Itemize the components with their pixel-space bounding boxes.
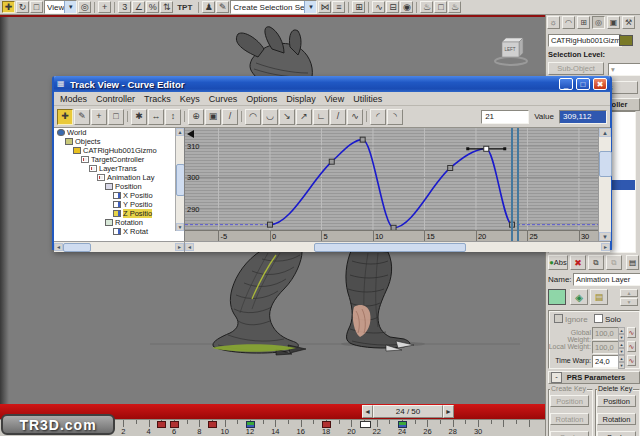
zoom-horizontal-extents-icon[interactable]: ↔ — [148, 109, 164, 125]
time-slider-value[interactable]: 24 / 50 — [373, 405, 443, 418]
character-icon[interactable]: ♟ — [202, 1, 215, 13]
render-setup-icon[interactable]: ♨ — [420, 1, 433, 13]
named-selection-dropdown[interactable]: Create Selection Se▾ — [230, 0, 317, 14]
solo-checkbox[interactable] — [594, 314, 603, 323]
draw-curves-icon[interactable]: ✎ — [74, 109, 90, 125]
curve-key[interactable] — [329, 159, 334, 164]
tangent-fast-icon[interactable]: ↘ — [279, 109, 295, 125]
previous-frame-button[interactable]: ◄ — [362, 405, 373, 418]
tree-vertical-scrollbar[interactable]: ▲▼ — [175, 128, 184, 231]
scroll-thumb[interactable] — [314, 243, 466, 252]
tab-create[interactable]: ☼ — [547, 16, 560, 29]
copy-layer-button[interactable]: ⧉ — [588, 255, 604, 270]
tree-item-position[interactable]: Position — [54, 182, 184, 191]
layer-move-down-button[interactable]: ▼ — [620, 298, 638, 306]
menu-curves[interactable]: Curves — [209, 94, 238, 104]
create-key-position-button[interactable]: Position — [550, 395, 589, 407]
close-button[interactable]: ✖ — [593, 78, 607, 90]
track-view-titlebar[interactable]: ▦ Track View - Curve Editor _ □ ✖ — [54, 76, 610, 92]
prs-parameters-rollout[interactable]: - PRS Parameters — [548, 371, 640, 384]
paste-layer-button[interactable]: ⧉ — [606, 255, 622, 270]
minimize-button[interactable]: _ — [559, 78, 573, 90]
timeline-key-frame-5[interactable] — [157, 421, 166, 428]
menu-view[interactable]: View — [325, 94, 344, 104]
render-icon[interactable]: ♨ — [448, 1, 461, 13]
object-color-swatch[interactable] — [619, 35, 633, 46]
tangent-smooth-icon[interactable]: ∿ — [347, 109, 363, 125]
reference-coordinate-dropdown[interactable]: View▾ — [44, 0, 77, 14]
local-weight-field[interactable]: 100,0 — [592, 341, 620, 354]
curve-key[interactable] — [448, 165, 453, 170]
key-value-field[interactable]: 309,112 — [559, 110, 607, 124]
object-name-field[interactable]: CATRigHub001Gizmo — [548, 34, 622, 47]
scroll-down-icon[interactable]: ▼ — [176, 223, 184, 231]
tree-item-world[interactable]: World — [54, 128, 184, 137]
timeline-key-frame-6[interactable] — [170, 421, 179, 428]
menu-keys[interactable]: Keys — [180, 94, 200, 104]
abs-relative-toggle[interactable]: ●Abs — [548, 255, 568, 270]
tangent-auto-icon[interactable]: ◠ — [245, 109, 261, 125]
timeline-key-frame-18[interactable] — [322, 421, 331, 428]
tree-item-z-positio[interactable]: Z Positio — [54, 209, 184, 218]
pan-icon[interactable]: ✱ — [131, 109, 147, 125]
tree-item-animation-lay[interactable]: Animation Lay — [54, 173, 184, 182]
spinner-snap-icon[interactable]: ⇅ — [160, 1, 173, 13]
tree-item-y-positio[interactable]: Y Positio — [54, 200, 184, 209]
time-warp-curve-button[interactable]: ∿ — [627, 355, 636, 366]
schematic-view-icon[interactable]: ⊟ — [386, 1, 399, 13]
tree-item-x-rotat[interactable]: X Rotat — [54, 227, 184, 236]
tree-item-layertrans[interactable]: LayerTrans — [54, 164, 184, 173]
scroll-left-icon[interactable]: ◄ — [185, 243, 194, 251]
tangent-linear-icon[interactable]: / — [330, 109, 346, 125]
local-weight-spinner[interactable]: ▲▼ — [618, 341, 625, 352]
tangent-custom-icon[interactable]: ◡ — [262, 109, 278, 125]
snap-toggle-icon[interactable]: 3 — [118, 1, 131, 13]
delete-key-rotation-button[interactable]: Rotation — [597, 413, 636, 425]
menu-tracks[interactable]: Tracks — [144, 94, 171, 104]
maximize-button[interactable]: □ — [576, 78, 590, 90]
curve-area[interactable]: 290300310 -5051015202530 — [185, 128, 598, 241]
curve-horizontal-scrollbar[interactable]: ◄ ► — [185, 242, 610, 252]
scroll-thumb[interactable] — [63, 243, 91, 252]
zoom-value-extents-icon[interactable]: ↕ — [165, 109, 181, 125]
tangent-step-icon[interactable]: ∟ — [313, 109, 329, 125]
viewcube[interactable]: LEFT — [495, 38, 527, 65]
curve-key[interactable] — [267, 222, 272, 227]
tree-item-x-positio[interactable]: X Positio — [54, 191, 184, 200]
menu-options[interactable]: Options — [246, 94, 277, 104]
delete-key-scale-button[interactable]: Scale — [597, 431, 636, 436]
mirror-icon[interactable]: ⋈ — [318, 1, 331, 13]
curve-key[interactable] — [360, 137, 365, 142]
tab-utilities[interactable]: ⚒ — [622, 16, 635, 29]
create-key-rotation-button[interactable]: Rotation — [550, 413, 589, 425]
track-hierarchy-tree[interactable]: WorldObjectsCATRigHub001GizmoTargetContr… — [54, 128, 185, 241]
remove-layer-button[interactable]: ✖ — [570, 255, 586, 270]
region-keys-icon[interactable]: □ — [108, 109, 124, 125]
timeline-key-frame-12[interactable] — [246, 421, 255, 428]
zoom-icon[interactable]: ⊕ — [188, 109, 204, 125]
layer-name-field[interactable]: Animation Layer — [573, 273, 640, 286]
out-tangent-icon[interactable]: ◝ — [387, 109, 403, 125]
menu-modes[interactable]: Modes — [60, 94, 87, 104]
rendered-frame-icon[interactable]: □ — [434, 1, 447, 13]
keyframe-pencil-icon[interactable]: ✎ — [216, 1, 229, 13]
select-and-manipulate-icon[interactable]: + — [98, 1, 111, 13]
menu-display[interactable]: Display — [286, 94, 316, 104]
menu-controller[interactable]: Controller — [96, 94, 135, 104]
key-time-field[interactable]: 21 — [481, 110, 529, 124]
layer-transform-gizmo-button[interactable]: ◈ — [570, 289, 588, 305]
next-frame-button[interactable]: ► — [443, 405, 454, 418]
scroll-up-icon[interactable]: ▲ — [176, 128, 184, 136]
tab-display[interactable]: ▣ — [607, 16, 620, 29]
layer-stack-button[interactable]: ▤ — [590, 289, 608, 305]
scroll-left-icon[interactable]: ◄ — [54, 243, 63, 251]
tangent-slow-icon[interactable]: ↗ — [296, 109, 312, 125]
menu-utilities[interactable]: Utilities — [353, 94, 382, 104]
tree-item-catrighub001gizmo[interactable]: CATRigHub001Gizmo — [54, 146, 184, 155]
curve-time-ruler[interactable]: -5051015202530 — [185, 230, 598, 241]
timeline-key-frame-24[interactable] — [398, 421, 407, 428]
percent-snap-icon[interactable]: % — [146, 1, 159, 13]
scroll-right-icon[interactable]: ► — [175, 243, 184, 251]
layer-move-up-button[interactable]: ▲ — [620, 289, 638, 297]
timeline-key-frame-21[interactable] — [360, 421, 371, 428]
